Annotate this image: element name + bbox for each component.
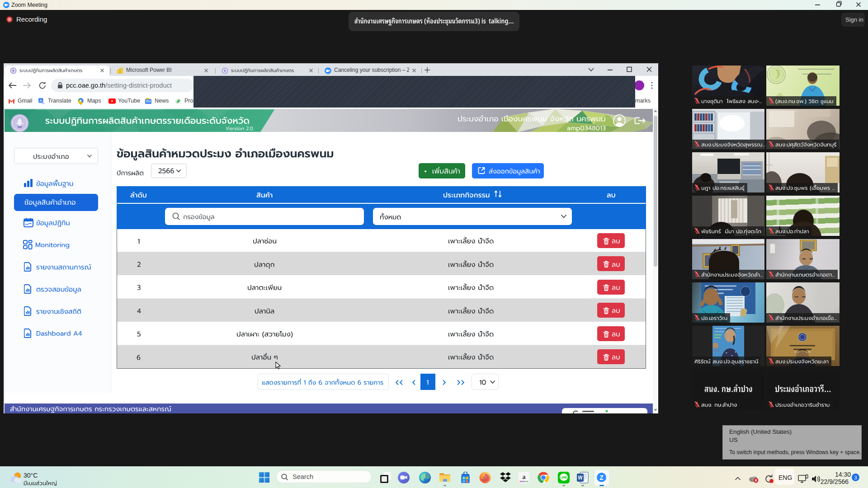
svg-text:LINE: LINE: [561, 476, 567, 479]
svg-text:Z: Z: [599, 474, 604, 481]
svg-text:A: A: [40, 99, 42, 103]
svg-text:a: a: [523, 474, 526, 480]
